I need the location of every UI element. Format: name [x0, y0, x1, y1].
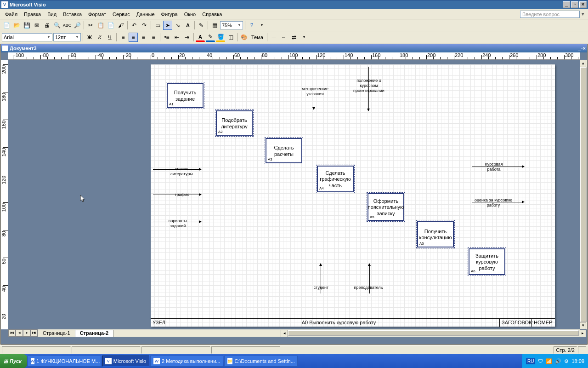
taskbar-button[interactable]: 📁C:\Documents and Settin... — [224, 356, 298, 367]
spell-button[interactable]: ABC — [62, 21, 72, 30]
scroll-right-button[interactable]: ▸ — [579, 330, 586, 337]
font-size-combo[interactable]: 12пт▼ — [53, 33, 81, 41]
align-justify-button[interactable]: ≡ — [149, 33, 158, 42]
menu-tools[interactable]: Сервис — [109, 11, 133, 18]
idef-activity-box[interactable]: Сделать графическую частьA4 — [317, 166, 354, 192]
taskbar-button[interactable]: VMicrosoft Visio — [102, 356, 149, 367]
ask-question-input[interactable]: Введите вопрос — [520, 11, 580, 18]
last-page-button[interactable]: ⏭ — [30, 329, 38, 337]
idef-activity-box[interactable]: Получить консультациюA5 — [417, 221, 454, 247]
align-center-button[interactable]: ≡ — [129, 33, 138, 42]
menu-window[interactable]: Окно — [181, 11, 199, 18]
drawing-canvas[interactable]: УЗЕЛ: А0 Выполнить курсовую работу ЗАГОЛ… — [8, 60, 580, 329]
menu-edit[interactable]: Правка — [21, 11, 44, 18]
menu-help[interactable]: Справка — [199, 11, 225, 18]
new-button[interactable]: 📄 — [2, 21, 11, 30]
text-tool[interactable]: A — [183, 21, 192, 30]
idef-activity-box[interactable]: Подобрать литературуA2 — [216, 110, 253, 136]
menu-format[interactable]: Формат — [85, 11, 109, 18]
diagram-label[interactable]: варианты заданий — [162, 218, 194, 229]
horizontal-scrollbar[interactable]: ◂ ▸ — [288, 330, 579, 336]
line-pattern-button[interactable]: ┄ — [279, 33, 288, 42]
diagram-label[interactable]: методические указания — [297, 86, 334, 97]
scroll-thumb[interactable] — [580, 67, 587, 322]
scroll-thumb[interactable] — [288, 330, 579, 336]
theme-icon[interactable]: 🎨 — [239, 33, 249, 42]
menu-file[interactable]: Файл — [2, 11, 21, 18]
prev-page-button[interactable]: ◂ — [16, 329, 23, 337]
vertical-ruler[interactable]: 20018016014012010080604020 — [1, 60, 8, 329]
print-button[interactable]: 🖨 — [42, 21, 51, 30]
close-button[interactable]: × — [579, 1, 587, 8]
stencil-button[interactable]: ▦ — [210, 21, 219, 30]
connector-tool[interactable]: ↘ — [173, 21, 182, 30]
toolbar-options[interactable]: ▾ — [257, 21, 266, 30]
line-ends-button[interactable]: ⇄ — [289, 33, 299, 42]
idef-activity-box[interactable]: Получить заданиеA1 — [167, 83, 204, 108]
scroll-down-button[interactable]: ▾ — [580, 322, 586, 329]
tab-page-2[interactable]: Страница-2 — [75, 330, 113, 337]
idef-activity-box[interactable]: Сделать расчетыA3 — [266, 138, 302, 163]
menu-shape[interactable]: Фигура — [158, 11, 181, 18]
pointer-tool[interactable]: ➤ — [163, 21, 172, 30]
tray-icon[interactable]: 📶 — [546, 358, 552, 364]
bold-button[interactable]: Ж — [85, 33, 94, 42]
next-page-button[interactable]: ▸ — [23, 329, 30, 337]
bullets-button[interactable]: •≡ — [162, 33, 171, 42]
idef-activity-box[interactable]: Защитить курсовую работуA6 — [469, 248, 505, 275]
undo-button[interactable]: ↶ — [130, 21, 139, 30]
diagram-label[interactable]: график — [168, 192, 196, 197]
decrease-indent-button[interactable]: ⇤ — [172, 33, 181, 42]
diagram-label[interactable]: преподаватель — [350, 285, 387, 290]
idef-activity-box[interactable]: Оформить пояснительную запискуA5 — [368, 193, 404, 221]
ink-button[interactable]: ✎ — [197, 21, 206, 30]
paste-button[interactable]: 📄 — [106, 21, 115, 30]
align-left-button[interactable]: ≡ — [119, 33, 128, 42]
diagram-label[interactable]: студент — [310, 285, 333, 290]
preview-button[interactable]: 🔍 — [52, 21, 62, 30]
diagram-label[interactable]: оценка за курсовую работу — [470, 198, 516, 208]
scroll-left-button[interactable]: ◂ — [281, 330, 288, 337]
line-color-button[interactable]: ✎ — [206, 33, 215, 42]
tray-icon[interactable]: ⚙ — [564, 358, 569, 364]
research-button[interactable]: 🔎 — [73, 21, 82, 30]
clock[interactable]: 18:09 — [571, 358, 584, 364]
horizontal-ruler[interactable]: -100-80-60-40-20020406080100120140160180… — [8, 52, 580, 60]
vertical-scrollbar[interactable]: ▴ ▾ — [580, 60, 587, 329]
underline-button[interactable]: Ч — [105, 33, 114, 42]
diagram-label[interactable]: список литературы — [165, 167, 198, 177]
mail-button[interactable]: ✉ — [32, 21, 41, 30]
taskbar-button[interactable]: W1 ФУНКЦИОНАЛЬНОЕ М... — [28, 356, 101, 367]
format-painter-button[interactable]: 🖌 — [116, 21, 125, 30]
zoom-combo[interactable]: 75%▼ — [220, 21, 243, 29]
menu-insert[interactable]: Вставка — [60, 11, 85, 18]
italic-button[interactable]: К — [95, 33, 104, 42]
system-tray[interactable]: RU 🛡 📶 🔊 ⚙ 18:09 — [522, 354, 588, 368]
minimize-button[interactable]: _ — [563, 1, 570, 8]
open-button[interactable]: 📂 — [12, 21, 21, 30]
tab-page-1[interactable]: Страница-1 — [38, 330, 75, 337]
menu-view[interactable]: Вид — [44, 11, 60, 18]
cut-button[interactable]: ✂ — [86, 21, 95, 30]
shapes-button[interactable]: ▭ — [153, 21, 162, 30]
tray-icon[interactable]: 🛡 — [538, 358, 543, 364]
restore-button[interactable]: ▫ — [571, 1, 578, 8]
drawing-page[interactable]: УЗЕЛ: А0 Выполнить курсовую работу ЗАГОЛ… — [151, 64, 555, 327]
font-color-button[interactable]: A — [196, 33, 205, 42]
font-name-combo[interactable]: Arial▼ — [2, 33, 52, 41]
start-button[interactable]: ⊞Пуск — [0, 354, 27, 368]
increase-indent-button[interactable]: ⇥ — [182, 33, 192, 42]
redo-button[interactable]: ↷ — [140, 21, 149, 30]
diagram-label[interactable]: положение о курсовом проектировании — [348, 78, 390, 93]
shadow-button[interactable]: ◫ — [226, 33, 235, 42]
taskbar-button[interactable]: W2 Методика выполнени... — [150, 356, 223, 367]
align-right-button[interactable]: ≡ — [139, 33, 148, 42]
copy-button[interactable]: 📋 — [96, 21, 105, 30]
language-indicator[interactable]: RU — [526, 358, 535, 364]
scroll-up-button[interactable]: ▴ — [580, 60, 586, 67]
menu-data[interactable]: Данные — [133, 11, 158, 18]
tray-icon[interactable]: 🔊 — [555, 358, 561, 364]
ask-dropdown[interactable]: ▾ — [580, 11, 586, 17]
line-weight-button[interactable]: ═ — [269, 33, 278, 42]
help-button[interactable]: ? — [247, 21, 256, 30]
